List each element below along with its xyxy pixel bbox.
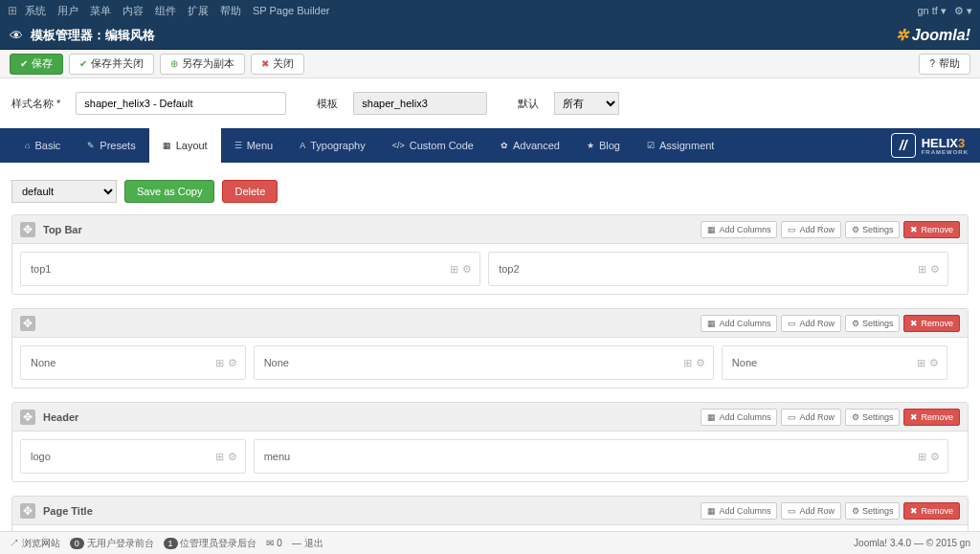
column-box[interactable]: None⊞⚙ xyxy=(254,345,714,380)
menu-components[interactable]: 组件 xyxy=(155,4,176,18)
column-name: top1 xyxy=(31,263,51,275)
column-name: None xyxy=(732,357,757,368)
column-config-icon[interactable]: ⚙ xyxy=(929,357,939,369)
menu-sppagebuilder[interactable]: SP Page Builder xyxy=(253,5,330,16)
menu-users[interactable]: 用户 xyxy=(57,4,78,18)
drag-handle-icon[interactable]: ✥ xyxy=(20,222,35,237)
tab-customcode[interactable]: </>Custom Code xyxy=(379,128,487,163)
template-label: 模板 xyxy=(317,97,338,111)
joomla-logo: Joomla! xyxy=(896,26,970,44)
add-columns-button[interactable]: ▦Add Columns xyxy=(701,502,777,520)
column-config-icon[interactable]: ⚙ xyxy=(228,451,237,463)
gear-icon[interactable]: ⚙ ▾ xyxy=(954,5,972,17)
style-name-input[interactable] xyxy=(76,92,286,115)
tab-typography[interactable]: ATypography xyxy=(286,128,379,163)
frontend-users[interactable]: 0 无用户登录前台 xyxy=(70,537,154,550)
menu-content[interactable]: 内容 xyxy=(122,4,144,18)
column-box[interactable]: logo⊞⚙ xyxy=(20,439,246,474)
tab-presets[interactable]: ✎Presets xyxy=(74,128,148,163)
column-box[interactable]: menu⊞⚙ xyxy=(254,439,949,474)
column-settings-icon[interactable]: ⊞ xyxy=(215,451,224,463)
column-config-icon[interactable]: ⚙ xyxy=(462,263,472,276)
drag-handle-icon[interactable]: ✥ xyxy=(20,503,35,519)
column-settings-icon[interactable]: ⊞ xyxy=(918,451,926,463)
remove-button[interactable]: ✖Remove xyxy=(903,315,960,332)
add-row-button[interactable]: ▭Add Row xyxy=(781,315,841,332)
section-header: ✥Page Title▦Add Columns▭Add Row⚙Settings… xyxy=(12,497,968,525)
drag-handle-icon[interactable]: ✥ xyxy=(20,316,35,331)
default-select[interactable]: 所有 xyxy=(554,92,619,115)
tab-basic[interactable]: ⌂Basic xyxy=(11,128,74,163)
column-name: None xyxy=(31,357,56,368)
footer-bar: ↗ 浏览网站 0 无用户登录前台 1 位管理员登录后台 ✉ 0 — 退出 Joo… xyxy=(0,531,980,554)
backend-admins[interactable]: 1 位管理员登录后台 xyxy=(164,537,257,550)
menu-system[interactable]: 系统 xyxy=(25,4,46,18)
drag-handle-icon[interactable]: ✥ xyxy=(20,410,35,425)
logout-link[interactable]: — 退出 xyxy=(292,537,323,550)
menu-help[interactable]: 帮助 xyxy=(220,4,241,18)
add-row-button[interactable]: ▭Add Row xyxy=(781,502,841,520)
section-header: ✥Header▦Add Columns▭Add Row⚙Settings✖Rem… xyxy=(12,403,968,432)
column-config-icon[interactable]: ⚙ xyxy=(930,263,940,276)
tab-advanced[interactable]: ✿Advanced xyxy=(487,128,573,163)
layout-controls: default Save as Copy Delete xyxy=(0,163,980,214)
column-config-icon[interactable]: ⚙ xyxy=(228,357,237,369)
save-copy-button[interactable]: ⊕另存为副本 xyxy=(160,54,245,75)
section-title: Header xyxy=(43,411,693,423)
settings-button[interactable]: ⚙Settings xyxy=(845,315,901,332)
column-box[interactable]: None⊞⚙ xyxy=(722,345,947,380)
column-name: None xyxy=(264,357,289,368)
add-columns-button[interactable]: ▦Add Columns xyxy=(701,409,777,426)
column-config-icon[interactable]: ⚙ xyxy=(696,357,705,369)
save-button[interactable]: ✔保存 xyxy=(10,54,63,75)
settings-button[interactable]: ⚙Settings xyxy=(845,221,901,238)
column-settings-icon[interactable]: ⊞ xyxy=(683,357,692,369)
close-button[interactable]: ✖关闭 xyxy=(251,54,304,75)
save-as-copy-button[interactable]: Save as Copy xyxy=(124,180,214,203)
messages[interactable]: ✉ 0 xyxy=(266,538,281,548)
eye-icon: 👁 xyxy=(10,28,23,43)
column-settings-icon[interactable]: ⊞ xyxy=(917,357,925,369)
column-box[interactable]: None⊞⚙ xyxy=(20,345,246,380)
column-settings-icon[interactable]: ⊞ xyxy=(215,357,224,369)
settings-button[interactable]: ⚙Settings xyxy=(845,409,901,426)
section-body: top1⊞⚙top2⊞⚙ xyxy=(12,244,968,294)
menu-menus[interactable]: 菜单 xyxy=(90,4,111,18)
form-row: 样式名称 * 模板 默认 所有 xyxy=(0,78,980,128)
remove-button[interactable]: ✖Remove xyxy=(903,221,960,238)
version-text: Joomla! 3.4.0 — © 2015 gn xyxy=(854,538,970,548)
menu-extensions[interactable]: 扩展 xyxy=(188,4,209,18)
tab-assignment[interactable]: ☑Assignment xyxy=(634,128,727,163)
visit-site-link[interactable]: ↗ 浏览网站 xyxy=(10,537,60,550)
tab-layout[interactable]: ▦Layout xyxy=(149,128,221,163)
delete-button[interactable]: Delete xyxy=(222,180,278,203)
section-body: None⊞⚙None⊞⚙None⊞⚙ xyxy=(12,338,968,388)
column-name: logo xyxy=(31,451,51,462)
layout-preset-select[interactable]: default xyxy=(11,180,117,203)
add-row-button[interactable]: ▭Add Row xyxy=(781,409,841,426)
remove-button[interactable]: ✖Remove xyxy=(903,409,960,426)
tab-bar: ⌂Basic ✎Presets ▦Layout ☰Menu ATypograph… xyxy=(0,128,980,163)
section-title: Top Bar xyxy=(43,224,693,235)
helix-icon: // xyxy=(891,133,916,158)
column-box[interactable]: top2⊞⚙ xyxy=(488,252,948,286)
add-columns-button[interactable]: ▦Add Columns xyxy=(701,315,777,332)
column-settings-icon[interactable]: ⊞ xyxy=(450,263,458,276)
user-info[interactable]: gn tf ▾ xyxy=(917,5,946,17)
column-config-icon[interactable]: ⚙ xyxy=(930,451,940,463)
tab-menu[interactable]: ☰Menu xyxy=(221,128,287,163)
add-row-button[interactable]: ▭Add Row xyxy=(781,221,841,238)
help-button[interactable]: ?帮助 xyxy=(919,54,970,75)
remove-button[interactable]: ✖Remove xyxy=(903,502,960,520)
save-close-button[interactable]: ✔保存并关闭 xyxy=(69,54,154,75)
admin-top-bar: ⊞ 系统 用户 菜单 内容 组件 扩展 帮助 SP Page Builder g… xyxy=(0,0,980,21)
column-name: top2 xyxy=(499,263,519,275)
settings-button[interactable]: ⚙Settings xyxy=(845,502,901,520)
default-label: 默认 xyxy=(518,97,539,111)
column-box[interactable]: top1⊞⚙ xyxy=(20,252,480,286)
title-bar: 👁 模板管理器：编辑风格 Joomla! xyxy=(0,21,980,50)
section-title: Page Title xyxy=(43,505,693,517)
tab-blog[interactable]: ★Blog xyxy=(573,128,634,163)
add-columns-button[interactable]: ▦Add Columns xyxy=(701,221,777,238)
column-settings-icon[interactable]: ⊞ xyxy=(918,263,926,276)
